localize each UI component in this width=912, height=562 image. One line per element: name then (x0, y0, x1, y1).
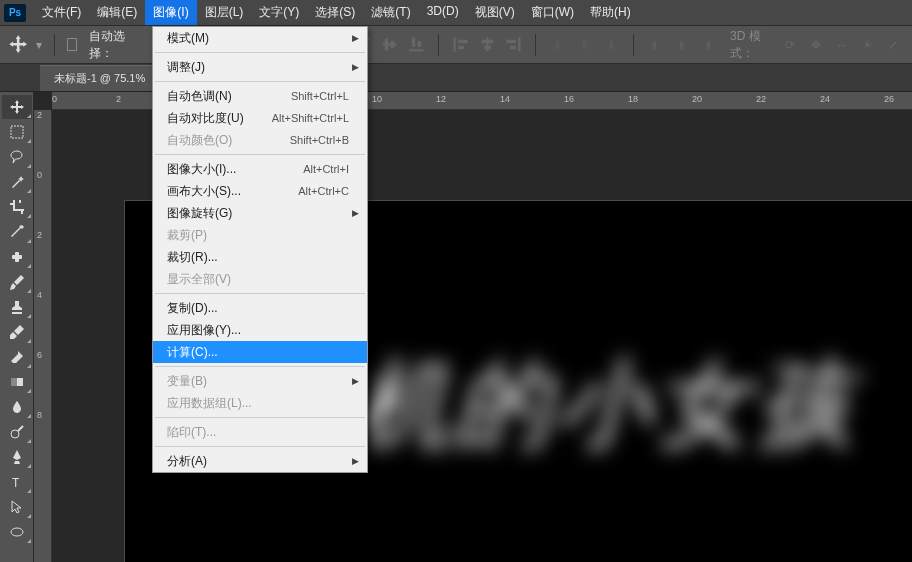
menu-item-显示全部v: 显示全部(V) (153, 268, 367, 290)
pen-tool[interactable] (2, 445, 32, 469)
menu-item-图像大小i[interactable]: 图像大小(I)...Alt+Ctrl+I (153, 158, 367, 180)
svg-rect-18 (11, 126, 23, 138)
light-icon[interactable]: ☀ (857, 34, 879, 56)
menu-3d[interactable]: 3D(D) (419, 0, 467, 25)
dist-left-icon[interactable]: ⫵ (645, 34, 664, 56)
align-right-icon[interactable] (504, 34, 523, 56)
orbit-icon[interactable]: ⟳ (780, 34, 802, 56)
menu-item-计算c[interactable]: 计算(C)... (153, 341, 367, 363)
lasso-tool[interactable] (2, 145, 32, 169)
align-left-icon[interactable] (451, 34, 470, 56)
marquee-tool[interactable] (2, 120, 32, 144)
svg-rect-10 (458, 40, 467, 44)
svg-rect-13 (481, 40, 493, 44)
menu-item-裁剪p: 裁剪(P) (153, 224, 367, 246)
menu-视图[interactable]: 视图(V) (467, 0, 523, 25)
tools-panel: T (0, 92, 34, 562)
menu-图像[interactable]: 图像(I) (145, 0, 196, 25)
scale-icon[interactable]: ⤢ (882, 34, 904, 56)
menu-item-分析a[interactable]: 分析(A) (153, 450, 367, 472)
menu-滤镜[interactable]: 滤镜(T) (363, 0, 418, 25)
menu-item-图像旋转g[interactable]: 图像旋转(G) (153, 202, 367, 224)
canvas-text-content: 机的小女孩 (355, 341, 855, 471)
align-hcenter-icon[interactable] (478, 34, 497, 56)
gradient-tool[interactable] (2, 370, 32, 394)
path-select-tool[interactable] (2, 495, 32, 519)
svg-rect-6 (409, 49, 423, 51)
menu-item-自动颜色o: 自动颜色(O)Shift+Ctrl+B (153, 129, 367, 151)
menu-文件[interactable]: 文件(F) (34, 0, 89, 25)
dist-bottom-icon[interactable]: ⫴ (602, 34, 621, 56)
menu-item-应用数据组l: 应用数据组(L)... (153, 392, 367, 414)
slide-icon[interactable]: ↔ (831, 34, 853, 56)
dodge-tool[interactable] (2, 420, 32, 444)
menu-item-画布大小s[interactable]: 画布大小(S)...Alt+Ctrl+C (153, 180, 367, 202)
menu-文字[interactable]: 文字(Y) (251, 0, 307, 25)
dist-top-icon[interactable]: ⫴ (548, 34, 567, 56)
svg-rect-9 (453, 37, 455, 51)
auto-select-label: 自动选择： (89, 28, 133, 62)
menu-item-裁切r[interactable]: 裁切(R)... (153, 246, 367, 268)
image-menu-dropdown: 模式(M)调整(J)自动色调(N)Shift+Ctrl+L自动对比度(U)Alt… (152, 26, 368, 473)
move-tool-icon[interactable] (8, 31, 28, 59)
healing-tool[interactable] (2, 245, 32, 269)
menu-选择[interactable]: 选择(S) (307, 0, 363, 25)
mode3d-label: 3D 模式： (730, 28, 776, 62)
svg-point-25 (11, 528, 23, 536)
document-tab[interactable]: 未标题-1 @ 75.1% (40, 65, 159, 91)
menu-item-复制d[interactable]: 复制(D)... (153, 297, 367, 319)
auto-select-checkbox[interactable] (67, 38, 77, 51)
menu-帮助[interactable]: 帮助(H) (582, 0, 639, 25)
svg-rect-17 (510, 46, 516, 50)
menu-item-变量b: 变量(B) (153, 370, 367, 392)
menu-图层[interactable]: 图层(L) (197, 0, 252, 25)
svg-rect-11 (458, 46, 464, 50)
eraser-tool[interactable] (2, 345, 32, 369)
magic-wand-tool[interactable] (2, 170, 32, 194)
history-brush-tool[interactable] (2, 320, 32, 344)
move-tool[interactable] (2, 95, 32, 119)
svg-rect-16 (507, 40, 516, 44)
svg-text:T: T (12, 476, 20, 490)
eyedropper-tool[interactable] (2, 220, 32, 244)
crop-tool[interactable] (2, 195, 32, 219)
menu-窗口[interactable]: 窗口(W) (523, 0, 582, 25)
pan-icon[interactable]: ✥ (805, 34, 827, 56)
svg-rect-5 (391, 41, 395, 48)
document-tabs: 未标题-1 @ 75.1% (0, 64, 912, 92)
menubar: Ps 文件(F)编辑(E)图像(I)图层(L)文字(Y)选择(S)滤镜(T)3D… (0, 0, 912, 26)
menu-item-陷印t: 陷印(T)... (153, 421, 367, 443)
menu-item-自动对比度u[interactable]: 自动对比度(U)Alt+Shift+Ctrl+L (153, 107, 367, 129)
dist-right-icon[interactable]: ⫵ (699, 34, 718, 56)
menu-item-自动色调n[interactable]: 自动色调(N)Shift+Ctrl+L (153, 85, 367, 107)
align-vcenter-icon[interactable] (380, 34, 399, 56)
svg-rect-3 (383, 43, 397, 45)
dist-vcenter-icon[interactable]: ⫴ (575, 34, 594, 56)
stamp-tool[interactable] (2, 295, 32, 319)
app-logo: Ps (4, 4, 26, 22)
svg-rect-8 (418, 41, 422, 47)
options-bar: ▾ 自动选择： ⫴ ⫴ ⫴ ⫵ ⫵ ⫵ 3D 模式： ⟳ ✥ ↔ ☀ ⤢ (0, 26, 912, 64)
svg-rect-15 (519, 37, 521, 51)
shape-tool[interactable] (2, 520, 32, 544)
dist-hcenter-icon[interactable]: ⫵ (672, 34, 691, 56)
ruler-vertical[interactable]: 202468 (34, 110, 52, 562)
menu-编辑[interactable]: 编辑(E) (89, 0, 145, 25)
menu-item-调整j[interactable]: 调整(J) (153, 56, 367, 78)
svg-rect-7 (412, 37, 416, 46)
svg-rect-14 (483, 46, 490, 50)
brush-tool[interactable] (2, 270, 32, 294)
align-bottom-icon[interactable] (407, 34, 426, 56)
svg-rect-4 (385, 39, 389, 51)
blur-tool[interactable] (2, 395, 32, 419)
type-tool[interactable]: T (2, 470, 32, 494)
svg-rect-22 (11, 378, 17, 386)
menu-item-模式m[interactable]: 模式(M) (153, 27, 367, 49)
svg-rect-12 (486, 37, 488, 51)
menu-item-应用图像y[interactable]: 应用图像(Y)... (153, 319, 367, 341)
svg-rect-20 (15, 252, 19, 262)
svg-point-23 (11, 430, 19, 438)
